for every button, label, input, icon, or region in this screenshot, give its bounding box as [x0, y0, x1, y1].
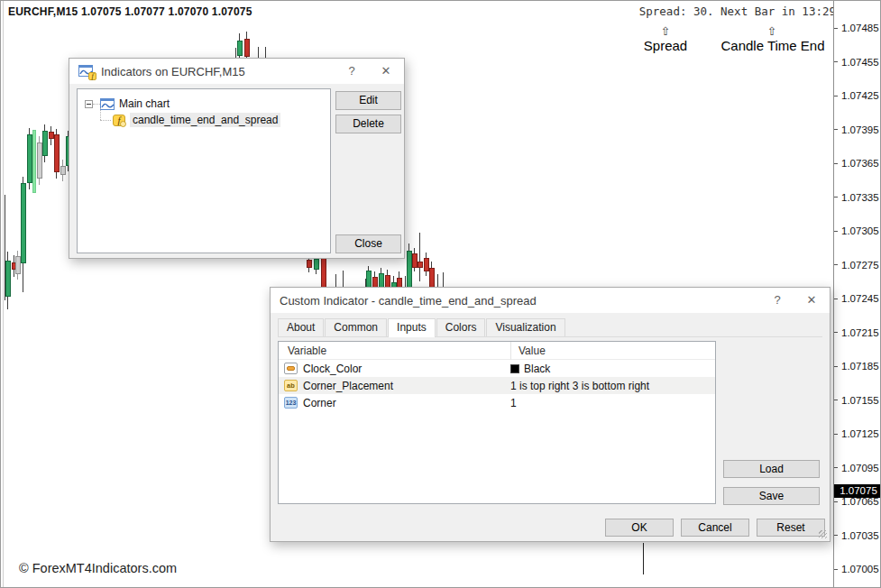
scale-tick [834, 28, 838, 29]
ohlc-readout: EURCHF,M15 1.07075 1.07077 1.07070 1.070… [8, 5, 252, 18]
custom-indicator-titlebar[interactable]: Custom Indicator - candle_time_end_and_s… [271, 288, 830, 313]
scale-tick [834, 434, 838, 435]
save-button[interactable]: Save [723, 487, 820, 505]
help-button[interactable]: ? [337, 59, 366, 84]
price-scale-label: 1.07365 [841, 158, 879, 169]
help-button[interactable]: ? [763, 288, 792, 313]
scale-tick [834, 231, 838, 232]
scale-tick [834, 129, 838, 130]
close-button[interactable]: Close [335, 234, 401, 253]
dialog-title: Indicators on EURCHF,M15 [101, 65, 245, 78]
indicators-dialog-titlebar[interactable]: f Indicators on EURCHF,M15 ? ✕ [69, 59, 404, 84]
spread-nextbar-readout: Spread: 30. Next Bar in 13:29 [639, 5, 836, 18]
current-bar-line [643, 543, 644, 574]
tab-common[interactable]: Common [325, 318, 387, 336]
spread-label: Spread [644, 38, 687, 53]
candle-body [366, 271, 372, 288]
value-text: Black [524, 363, 550, 375]
table-row[interactable]: 123Corner1 [279, 394, 715, 411]
price-scale-label: 1.07335 [841, 192, 879, 203]
candle-body [54, 134, 60, 172]
tab-about[interactable]: About [278, 318, 324, 336]
price-scale-label: 1.07275 [841, 260, 879, 271]
price-scale-label: 1.07425 [841, 90, 879, 101]
candle-wick [335, 274, 336, 288]
variable-cell: abCorner_Placement [279, 380, 503, 392]
value-cell[interactable]: Black [503, 363, 550, 375]
scale-tick [834, 197, 838, 198]
candle-body [5, 261, 11, 297]
indicators-dialog: f Indicators on EURCHF,M15 ? ✕ Main char… [69, 58, 405, 259]
price-scale-label: 1.07455 [841, 57, 879, 68]
price-scale-label: 1.07035 [841, 530, 879, 541]
close-icon[interactable]: ✕ [797, 288, 826, 313]
watermark: © ForexMT4Indicators.com [19, 561, 177, 575]
ok-button[interactable]: OK [605, 519, 674, 537]
candle-body [385, 275, 390, 288]
variable-cell: Clock_Color [279, 363, 503, 375]
candle-wick [437, 274, 438, 288]
candle-body [32, 130, 36, 193]
price-scale-label: 1.07215 [841, 327, 879, 338]
cancel-button[interactable]: Cancel [681, 519, 749, 537]
fx-icon: f [113, 115, 125, 126]
indicator-tree: Main chart f candle_time_end_and_spread [77, 88, 331, 253]
candle-body [60, 166, 66, 175]
price-scale-label: 1.07485 [841, 23, 879, 33]
scale-tick [834, 366, 838, 367]
variable-cell: 123Corner [279, 397, 503, 409]
scale-tick [834, 332, 838, 333]
price-scale[interactable]: 1.074851.074551.074251.073951.073651.073… [833, 1, 881, 588]
price-scale-label: 1.07125 [841, 428, 879, 439]
indicator-chart-icon: f [78, 65, 94, 78]
tab-visualization[interactable]: Visualization [486, 318, 564, 336]
resize-grip[interactable] [819, 530, 827, 538]
price-scale-label: 1.07095 [841, 463, 879, 473]
reset-button[interactable]: Reset [757, 519, 825, 537]
load-button[interactable]: Load [723, 460, 820, 478]
candle-wick [419, 233, 420, 281]
candle-time-end-label: Candle Time End [720, 38, 824, 53]
collapse-icon[interactable] [85, 100, 93, 108]
price-scale-label: 1.07185 [841, 361, 879, 372]
variable-column-header: Variable [288, 342, 326, 360]
scale-tick [834, 569, 838, 570]
value-column-header: Value [510, 342, 546, 360]
color-icon [284, 363, 298, 374]
table-row[interactable]: abCorner_Placement1 is top right 3 is bo… [279, 377, 715, 394]
value-cell[interactable]: 1 is top right 3 is bottom right [503, 380, 649, 392]
dialog-title: Custom Indicator - candle_time_end_and_s… [280, 294, 537, 308]
scale-tick [834, 264, 838, 265]
candle-wick [443, 272, 444, 288]
edit-button[interactable]: Edit [335, 91, 401, 110]
custom-indicator-dialog: Custom Indicator - candle_time_end_and_s… [270, 287, 831, 542]
inputs-table: Variable Value Clock_ColorBlackabCorner_… [278, 341, 716, 504]
variable-name: Corner_Placement [303, 380, 393, 392]
value-text: 1 [510, 397, 517, 409]
value-text: 1 is top right 3 is bottom right [510, 380, 649, 392]
variable-name: Corner [303, 397, 336, 409]
table-header: Variable Value [279, 342, 715, 360]
price-scale-label: 1.07395 [841, 124, 879, 135]
current-price-badge: 1.07075 [834, 484, 881, 498]
candle-body [42, 131, 48, 156]
tree-item-indicator[interactable]: f candle_time_end_and_spread [78, 112, 330, 128]
tree-item-main-chart[interactable]: Main chart [78, 96, 330, 112]
table-row[interactable]: Clock_ColorBlack [279, 360, 715, 377]
close-icon[interactable]: ✕ [372, 59, 400, 84]
scale-tick [834, 61, 838, 62]
scale-tick [834, 96, 838, 96]
candle-body [429, 268, 435, 288]
candle-body [321, 257, 326, 288]
variable-name: Clock_Color [303, 363, 362, 375]
text-icon: ab [284, 380, 298, 391]
tab-colors[interactable]: Colors [436, 318, 486, 336]
delete-button[interactable]: Delete [335, 115, 401, 133]
value-cell[interactable]: 1 [503, 397, 517, 409]
tab-inputs[interactable]: Inputs [388, 318, 436, 337]
candle-body [379, 273, 384, 288]
tree-item-label: Main chart [119, 97, 170, 110]
tab-strip: AboutCommonInputsColorsVisualization [278, 318, 822, 337]
scale-tick [834, 535, 838, 536]
candle-body [307, 260, 312, 268]
